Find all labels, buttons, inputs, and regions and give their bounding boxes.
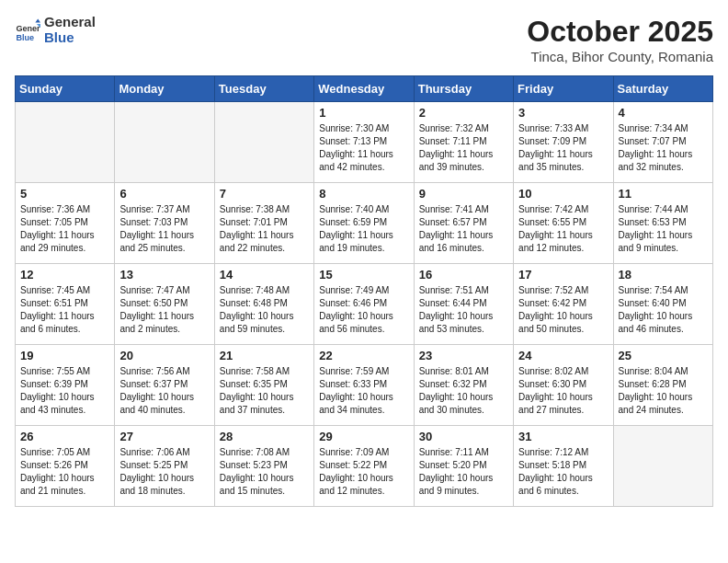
day-info: Sunrise: 7:06 AM Sunset: 5:25 PM Dayligh…: [119, 446, 209, 498]
weekday-header-wednesday: Wednesday: [314, 76, 414, 102]
day-number: 4: [619, 106, 708, 120]
week-row-2: 5Sunrise: 7:36 AM Sunset: 7:05 PM Daylig…: [16, 183, 713, 264]
day-number: 28: [220, 430, 309, 443]
weekday-header-tuesday: Tuesday: [214, 76, 313, 102]
calendar-cell: 4Sunrise: 7:34 AM Sunset: 7:07 PM Daylig…: [613, 102, 712, 183]
day-number: 26: [20, 430, 109, 443]
day-info: Sunrise: 7:55 AM Sunset: 6:39 PM Dayligh…: [20, 365, 109, 417]
title-block: October 2025 Tinca, Bihor County, Romani…: [527, 15, 713, 64]
generalblue-logo-icon: General Blue: [15, 17, 40, 43]
calendar-cell: 14Sunrise: 7:48 AM Sunset: 6:48 PM Dayli…: [214, 264, 313, 345]
calendar-cell: 15Sunrise: 7:49 AM Sunset: 6:46 PM Dayli…: [314, 264, 414, 345]
day-info: Sunrise: 7:48 AM Sunset: 6:48 PM Dayligh…: [220, 284, 309, 336]
day-number: 3: [518, 106, 608, 120]
day-info: Sunrise: 8:04 AM Sunset: 6:28 PM Dayligh…: [619, 365, 708, 417]
calendar-cell: 22Sunrise: 7:59 AM Sunset: 6:33 PM Dayli…: [314, 345, 414, 426]
day-info: Sunrise: 7:37 AM Sunset: 7:03 PM Dayligh…: [119, 203, 209, 255]
day-info: Sunrise: 7:30 AM Sunset: 7:13 PM Dayligh…: [319, 122, 408, 174]
calendar-cell: 8Sunrise: 7:40 AM Sunset: 6:59 PM Daylig…: [314, 183, 414, 264]
day-number: 5: [20, 187, 109, 201]
calendar-cell: 16Sunrise: 7:51 AM Sunset: 6:44 PM Dayli…: [414, 264, 513, 345]
day-number: 9: [419, 187, 508, 201]
calendar-cell: 9Sunrise: 7:41 AM Sunset: 6:57 PM Daylig…: [414, 183, 513, 264]
day-info: Sunrise: 7:12 AM Sunset: 5:18 PM Dayligh…: [518, 446, 608, 498]
day-info: Sunrise: 7:34 AM Sunset: 7:07 PM Dayligh…: [619, 122, 708, 174]
calendar-cell: 12Sunrise: 7:45 AM Sunset: 6:51 PM Dayli…: [16, 264, 115, 345]
day-number: 13: [119, 268, 209, 282]
day-number: 29: [319, 430, 408, 443]
calendar-cell: 25Sunrise: 8:04 AM Sunset: 6:28 PM Dayli…: [613, 345, 712, 426]
day-number: 23: [419, 349, 508, 362]
calendar-cell: [115, 102, 214, 183]
logo-general-text: General: [44, 15, 96, 30]
day-info: Sunrise: 7:11 AM Sunset: 5:20 PM Dayligh…: [419, 446, 508, 498]
month-title: October 2025: [527, 15, 713, 49]
week-row-1: 1Sunrise: 7:30 AM Sunset: 7:13 PM Daylig…: [16, 102, 713, 183]
day-number: 1: [319, 106, 408, 120]
weekday-header-sunday: Sunday: [16, 76, 115, 102]
day-info: Sunrise: 7:56 AM Sunset: 6:37 PM Dayligh…: [119, 365, 209, 417]
day-info: Sunrise: 7:36 AM Sunset: 7:05 PM Dayligh…: [20, 203, 109, 255]
day-info: Sunrise: 7:47 AM Sunset: 6:50 PM Dayligh…: [119, 284, 209, 336]
day-info: Sunrise: 7:45 AM Sunset: 6:51 PM Dayligh…: [20, 284, 109, 336]
day-number: 22: [319, 349, 408, 362]
day-number: 6: [119, 187, 209, 201]
calendar-cell: 29Sunrise: 7:09 AM Sunset: 5:22 PM Dayli…: [314, 426, 414, 507]
day-info: Sunrise: 7:09 AM Sunset: 5:22 PM Dayligh…: [319, 446, 408, 498]
calendar-cell: 1Sunrise: 7:30 AM Sunset: 7:13 PM Daylig…: [314, 102, 414, 183]
calendar-cell: 23Sunrise: 8:01 AM Sunset: 6:32 PM Dayli…: [414, 345, 513, 426]
calendar-cell: 19Sunrise: 7:55 AM Sunset: 6:39 PM Dayli…: [16, 345, 115, 426]
calendar-cell: 17Sunrise: 7:52 AM Sunset: 6:42 PM Dayli…: [514, 264, 613, 345]
logo-blue-text: Blue: [44, 30, 96, 46]
calendar-cell: [16, 102, 115, 183]
day-number: 7: [220, 187, 309, 201]
day-info: Sunrise: 7:51 AM Sunset: 6:44 PM Dayligh…: [419, 284, 508, 336]
day-info: Sunrise: 7:52 AM Sunset: 6:42 PM Dayligh…: [518, 284, 608, 336]
day-number: 21: [220, 349, 309, 362]
day-number: 11: [619, 187, 708, 201]
day-number: 10: [518, 187, 608, 201]
day-info: Sunrise: 7:59 AM Sunset: 6:33 PM Dayligh…: [319, 365, 408, 417]
day-number: 30: [419, 430, 508, 443]
day-number: 27: [119, 430, 209, 443]
calendar-cell: 24Sunrise: 8:02 AM Sunset: 6:30 PM Dayli…: [514, 345, 613, 426]
day-number: 14: [220, 268, 309, 282]
week-row-5: 26Sunrise: 7:05 AM Sunset: 5:26 PM Dayli…: [16, 426, 713, 507]
calendar-cell: 3Sunrise: 7:33 AM Sunset: 7:09 PM Daylig…: [514, 102, 613, 183]
day-number: 17: [518, 268, 608, 282]
svg-text:Blue: Blue: [16, 32, 34, 41]
day-info: Sunrise: 7:33 AM Sunset: 7:09 PM Dayligh…: [518, 122, 608, 174]
day-info: Sunrise: 7:05 AM Sunset: 5:26 PM Dayligh…: [20, 446, 109, 498]
day-info: Sunrise: 7:54 AM Sunset: 6:40 PM Dayligh…: [619, 284, 708, 336]
day-number: 31: [518, 430, 608, 443]
calendar-cell: 10Sunrise: 7:42 AM Sunset: 6:55 PM Dayli…: [514, 183, 613, 264]
day-info: Sunrise: 7:41 AM Sunset: 6:57 PM Dayligh…: [419, 203, 508, 255]
day-info: Sunrise: 7:38 AM Sunset: 7:01 PM Dayligh…: [220, 203, 309, 255]
day-info: Sunrise: 7:40 AM Sunset: 6:59 PM Dayligh…: [319, 203, 408, 255]
day-number: 2: [419, 106, 508, 120]
calendar-cell: 11Sunrise: 7:44 AM Sunset: 6:53 PM Dayli…: [613, 183, 712, 264]
calendar-cell: 6Sunrise: 7:37 AM Sunset: 7:03 PM Daylig…: [115, 183, 214, 264]
calendar-cell: 27Sunrise: 7:06 AM Sunset: 5:25 PM Dayli…: [115, 426, 214, 507]
week-row-4: 19Sunrise: 7:55 AM Sunset: 6:39 PM Dayli…: [16, 345, 713, 426]
calendar-table: SundayMondayTuesdayWednesdayThursdayFrid…: [15, 75, 713, 507]
day-number: 19: [20, 349, 109, 362]
logo: General Blue General Blue: [15, 15, 96, 45]
calendar-cell: 21Sunrise: 7:58 AM Sunset: 6:35 PM Dayli…: [214, 345, 313, 426]
calendar-cell: [613, 426, 712, 507]
calendar-cell: [214, 102, 313, 183]
day-number: 15: [319, 268, 408, 282]
weekday-header-row: SundayMondayTuesdayWednesdayThursdayFrid…: [16, 76, 713, 102]
day-info: Sunrise: 8:02 AM Sunset: 6:30 PM Dayligh…: [518, 365, 608, 417]
calendar-cell: 13Sunrise: 7:47 AM Sunset: 6:50 PM Dayli…: [115, 264, 214, 345]
day-number: 20: [119, 349, 209, 362]
calendar-cell: 30Sunrise: 7:11 AM Sunset: 5:20 PM Dayli…: [414, 426, 513, 507]
day-number: 18: [619, 268, 708, 282]
week-row-3: 12Sunrise: 7:45 AM Sunset: 6:51 PM Dayli…: [16, 264, 713, 345]
location-title: Tinca, Bihor County, Romania: [527, 49, 713, 64]
calendar-cell: 20Sunrise: 7:56 AM Sunset: 6:37 PM Dayli…: [115, 345, 214, 426]
calendar-cell: 31Sunrise: 7:12 AM Sunset: 5:18 PM Dayli…: [514, 426, 613, 507]
calendar-cell: 2Sunrise: 7:32 AM Sunset: 7:11 PM Daylig…: [414, 102, 513, 183]
day-number: 8: [319, 187, 408, 201]
weekday-header-saturday: Saturday: [613, 76, 712, 102]
